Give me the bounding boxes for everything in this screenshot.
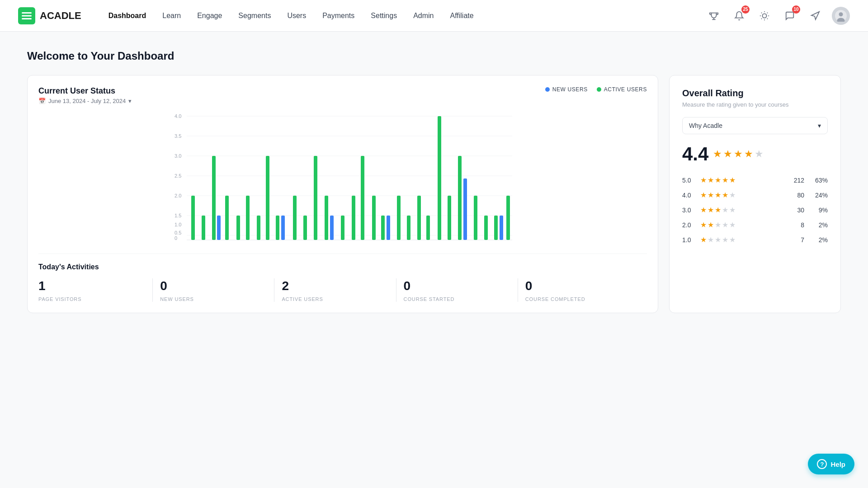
svg-rect-50 xyxy=(361,156,364,240)
svg-point-13 xyxy=(839,12,843,16)
rating-count-2: 8 xyxy=(788,221,804,229)
rating-row-1: 1.0 ★ ★ ★ ★ ★ 7 2% xyxy=(682,235,828,244)
activity-label-active: ACTIVE USERS xyxy=(282,296,388,302)
legend-new-users: NEW USERS xyxy=(545,86,588,93)
date-range-picker[interactable]: 📅 June 13, 2024 - July 12, 2024 ▾ xyxy=(38,98,647,104)
svg-rect-43 xyxy=(293,196,297,240)
rating-pct-4: 24% xyxy=(810,192,828,199)
sun-icon xyxy=(760,11,769,21)
nav-users[interactable]: Users xyxy=(287,12,306,20)
svg-text:3.0: 3.0 xyxy=(175,153,181,159)
chat-icon-btn[interactable]: 10 xyxy=(781,7,798,24)
help-button[interactable]: ? Help xyxy=(808,454,854,474)
svg-rect-40 xyxy=(266,156,269,240)
star-1: ★ xyxy=(713,148,722,160)
nav-affiliate[interactable]: Affiliate xyxy=(450,12,473,20)
rating-stars-5: ★ ★ ★ ★ ★ xyxy=(700,176,736,184)
chevron-down-icon: ▾ xyxy=(128,98,132,104)
svg-text:4.0: 4.0 xyxy=(175,113,181,119)
active-users-dot xyxy=(597,87,601,92)
svg-rect-62 xyxy=(474,196,477,240)
rating-count-5: 212 xyxy=(788,177,804,184)
overall-rating-title: Overall Rating xyxy=(682,88,828,99)
user-avatar[interactable] xyxy=(832,7,850,25)
svg-line-11 xyxy=(767,12,768,13)
dropdown-chevron-icon: ▾ xyxy=(818,122,821,129)
activity-label-completed: COURSE COMPLETED xyxy=(525,296,640,302)
rating-count-4: 80 xyxy=(788,192,804,199)
svg-rect-42 xyxy=(281,216,285,240)
right-panel: Overall Rating Measure the rating given … xyxy=(669,75,841,313)
rating-score-2: 2.0 xyxy=(682,221,695,229)
svg-rect-66 xyxy=(506,196,510,240)
svg-text:0.5: 0.5 xyxy=(175,230,181,235)
chat-badge: 10 xyxy=(792,5,800,14)
nav-settings[interactable]: Settings xyxy=(371,12,397,20)
dashboard-grid: Current User Status NEW USERS ACTIVE USE… xyxy=(27,75,841,313)
rating-stars-3: ★ ★ ★ ★ ★ xyxy=(700,206,736,214)
activities-section: Today's Activities 1 PAGE VISITORS 0 NEW… xyxy=(38,253,647,302)
svg-rect-32 xyxy=(191,196,195,240)
activity-value-completed: 0 xyxy=(525,278,640,294)
rating-stars-4: ★ ★ ★ ★ ★ xyxy=(700,191,736,199)
overall-score-display: 4.4 ★ ★ ★ ★ ★ xyxy=(682,143,828,165)
nav-learn[interactable]: Learn xyxy=(162,12,181,20)
nav-right: 25 10 xyxy=(705,7,850,25)
activity-page-visitors: 1 PAGE VISITORS xyxy=(38,278,153,302)
svg-rect-38 xyxy=(246,196,250,240)
nav-payments[interactable]: Payments xyxy=(322,12,354,20)
navbar: ACADLE Dashboard Learn Engage Segments U… xyxy=(0,0,868,32)
nav-engage[interactable]: Engage xyxy=(197,12,222,20)
trophy-icon xyxy=(709,11,719,21)
activity-new-users: 0 NEW USERS xyxy=(160,278,274,302)
activity-value-active: 2 xyxy=(282,278,388,294)
svg-rect-60 xyxy=(458,156,462,240)
course-dropdown[interactable]: Why Acadle ▾ xyxy=(682,117,828,134)
dropdown-label: Why Acadle xyxy=(689,122,722,129)
help-circle-icon: ? xyxy=(817,459,827,469)
rating-row-2: 2.0 ★ ★ ★ ★ ★ 8 2% xyxy=(682,221,828,229)
nav-admin[interactable]: Admin xyxy=(413,12,434,20)
svg-line-6 xyxy=(761,12,762,13)
nav-dashboard[interactable]: Dashboard xyxy=(108,12,146,20)
rating-pct-5: 63% xyxy=(810,177,828,184)
megaphone-icon-btn[interactable] xyxy=(807,7,824,24)
svg-rect-63 xyxy=(484,216,488,240)
bar-chart: 4.0 3.5 3.0 2.5 2.0 1.5 1.0 0.5 0 xyxy=(38,112,647,243)
left-panel: Current User Status NEW USERS ACTIVE USE… xyxy=(27,75,658,313)
overall-rating-subtitle: Measure the rating given to your courses xyxy=(682,101,828,108)
svg-rect-41 xyxy=(276,216,279,240)
activity-value-started: 0 xyxy=(404,278,510,294)
notification-bell-btn[interactable]: 25 xyxy=(731,7,748,24)
activities-grid: 1 PAGE VISITORS 0 NEW USERS 2 ACTIVE USE… xyxy=(38,278,647,302)
megaphone-icon xyxy=(810,11,820,21)
svg-rect-1 xyxy=(22,15,32,16)
svg-line-10 xyxy=(761,18,762,19)
svg-rect-59 xyxy=(448,196,451,240)
svg-text:2.5: 2.5 xyxy=(175,173,181,178)
rating-row-3: 3.0 ★ ★ ★ ★ ★ 30 9% xyxy=(682,206,828,214)
rating-pct-3: 9% xyxy=(810,206,828,214)
svg-line-7 xyxy=(767,18,768,19)
logo[interactable]: ACADLE xyxy=(18,7,81,24)
rating-score-1: 1.0 xyxy=(682,236,695,244)
chart-title: Current User Status xyxy=(38,86,115,96)
svg-rect-36 xyxy=(225,196,229,240)
page-title: Welcome to Your Dashboard xyxy=(27,50,841,62)
nav-segments[interactable]: Segments xyxy=(238,12,271,20)
svg-rect-58 xyxy=(438,116,441,240)
svg-rect-54 xyxy=(397,196,401,240)
rating-pct-1: 2% xyxy=(810,236,828,244)
svg-text:2.0: 2.0 xyxy=(175,193,181,198)
star-4: ★ xyxy=(744,148,753,160)
svg-rect-45 xyxy=(314,156,317,240)
svg-rect-49 xyxy=(352,196,355,240)
activity-value-visitors: 1 xyxy=(38,278,145,294)
trophy-icon-btn[interactable] xyxy=(705,7,722,24)
rating-row-4: 4.0 ★ ★ ★ ★ ★ 80 24% xyxy=(682,191,828,199)
activities-title: Today's Activities xyxy=(38,263,647,271)
star-2: ★ xyxy=(723,148,732,160)
svg-rect-33 xyxy=(202,216,205,240)
date-range-text: June 13, 2024 - July 12, 2024 xyxy=(48,98,126,104)
theme-toggle-btn[interactable] xyxy=(756,7,773,24)
